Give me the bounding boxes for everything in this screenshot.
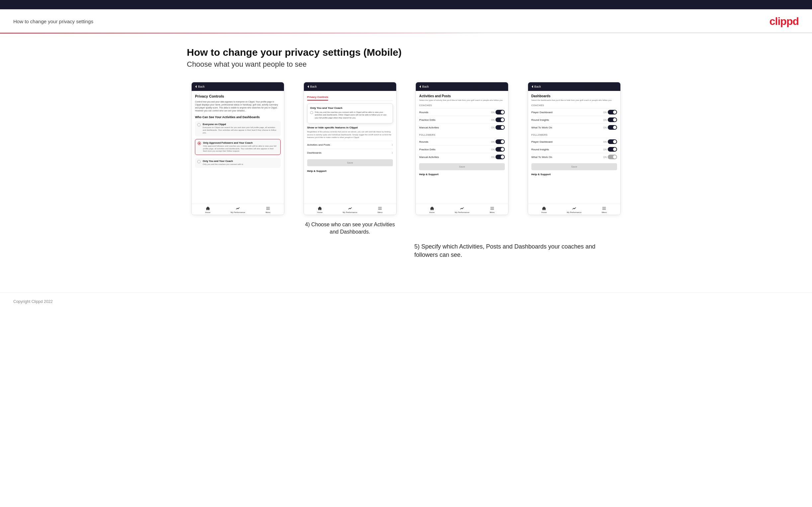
tab-bar-2: Privacy Controls <box>307 94 393 101</box>
toggle-switch-fd[interactable] <box>496 147 505 152</box>
toggle-followers-drills[interactable]: Practice Drills ON <box>419 145 505 153</box>
caption-text-1: 4) Choose who can see your Activities an… <box>305 222 395 235</box>
radio-everyone <box>197 123 201 126</box>
caption-2: 5) Specify which Activities, Posts and D… <box>411 242 597 259</box>
bottom-nav-perf-4[interactable]: My Performance <box>567 206 581 213</box>
on-label-fd: ON <box>491 148 495 151</box>
toggle-coaches-rounds[interactable]: Rounds ON <box>419 108 505 116</box>
back-btn-4[interactable]: Back <box>531 85 541 88</box>
back-btn-1[interactable]: Back <box>195 85 205 88</box>
toggle-coaches-roundinsights[interactable]: Round Insights ON <box>531 116 617 123</box>
bottom-nav-home-4[interactable]: Home <box>541 206 547 213</box>
toggle-followers-manual[interactable]: Manual Activities ON <box>419 153 505 161</box>
toggle-right-fr: ON <box>491 139 505 144</box>
settings-icon-1[interactable] <box>265 84 272 89</box>
bottom-nav-menu-4[interactable]: Menu <box>601 206 607 213</box>
chevron-down-icon-1[interactable] <box>274 84 281 89</box>
toggle-switch-fr[interactable] <box>496 139 505 144</box>
settings-icon-4[interactable] <box>602 84 608 89</box>
toggle-followers-player4[interactable]: Player Dashboard ON <box>531 138 617 145</box>
toggle-switch-fw4[interactable] <box>608 155 617 159</box>
help-support-2: Help & Support <box>307 170 393 173</box>
toggle-switch-cp4[interactable] <box>608 110 617 114</box>
activities-desc-3: Select the types of activity that you'd … <box>419 99 505 102</box>
toggle-switch-cri4[interactable] <box>608 117 617 122</box>
screen1-col: Back Privacy Controls Control how you an… <box>187 82 289 215</box>
bottom-nav-perf-1[interactable]: My Performance <box>231 206 245 213</box>
bottom-nav-perf-label-3: My Performance <box>455 211 469 213</box>
toggle-switch-fp4[interactable] <box>608 139 617 144</box>
toggle-coaches-player[interactable]: Player Dashboard ON <box>531 108 617 116</box>
save-btn-3[interactable]: Save <box>419 163 505 170</box>
settings-icon-3[interactable] <box>490 84 496 89</box>
save-btn-2[interactable]: Save <box>307 159 393 166</box>
bottom-nav-home-3[interactable]: Home <box>429 206 435 213</box>
bottom-nav-perf-3[interactable]: My Performance <box>455 206 469 213</box>
save-btn-4[interactable]: Save <box>531 163 617 170</box>
bottom-nav-menu-2[interactable]: Menu <box>377 206 383 213</box>
toggle-switch-cr[interactable] <box>496 110 505 114</box>
search-icon-1[interactable] <box>248 84 255 89</box>
bottom-nav-home-1[interactable]: Home <box>205 206 211 213</box>
search-icon-3[interactable] <box>472 84 479 89</box>
popup-title-2: Only You and Your Coach <box>310 107 390 110</box>
menu-row-dashboards[interactable]: Dashboards › <box>307 149 393 157</box>
coaches-player-label: Player Dashboard <box>531 111 553 114</box>
phone-mockup-2: Back Privacy Controls <box>304 82 397 215</box>
pc-option-everyone[interactable]: Everyone on Clippd Everyone on Clippd ca… <box>195 121 281 136</box>
search-icon-4[interactable] <box>585 84 591 89</box>
menu-row-activities[interactable]: Activities and Posts › <box>307 141 393 149</box>
chevron-down-icon-2[interactable] <box>386 84 393 89</box>
captions-row: 5) Specify which Activities, Posts and D… <box>187 236 625 259</box>
back-btn-3[interactable]: Back <box>419 85 429 88</box>
phone-bottom-nav-2: Home My Performance Menu <box>304 204 396 215</box>
menu-icon-1 <box>265 206 271 211</box>
toggle-switch-cd[interactable] <box>496 117 505 122</box>
menu-icon-3 <box>490 206 495 211</box>
home-icon-4 <box>541 206 547 211</box>
pc-option-followers[interactable]: Only Approved Followers and Your Coach O… <box>195 139 281 155</box>
coaches-label-4: COACHES <box>531 104 617 107</box>
toggle-followers-roundinsights4[interactable]: Round Insights ON <box>531 145 617 153</box>
back-btn-2[interactable]: Back <box>307 85 317 88</box>
bottom-nav-home-label-1: Home <box>205 211 211 213</box>
toggle-coaches-whattowork[interactable]: What To Work On ON <box>531 123 617 131</box>
toggle-switch-fm[interactable] <box>496 155 505 159</box>
menu-label-activities: Activities and Posts <box>307 143 330 146</box>
popup-card-2: Only You and Your Coach Only you and the… <box>307 104 393 123</box>
bottom-nav-home-2[interactable]: Home <box>317 206 322 213</box>
people-icon-3[interactable] <box>481 84 488 89</box>
people-icon-1[interactable] <box>257 84 263 89</box>
bottom-nav-menu-3[interactable]: Menu <box>490 206 495 213</box>
followers-whattowork-label4: What To Work On <box>531 156 552 159</box>
toggle-followers-rounds[interactable]: Rounds ON <box>419 138 505 145</box>
toggle-switch-cw4[interactable] <box>608 125 617 130</box>
people-icon-2[interactable] <box>369 84 375 89</box>
option-desc-followers: Only approved followers and coaches you … <box>203 145 278 153</box>
toggle-coaches-drills[interactable]: Practice Drills ON <box>419 116 505 123</box>
chevron-down-icon-3[interactable] <box>498 84 505 89</box>
toggle-switch-cm[interactable] <box>496 125 505 130</box>
settings-icon-2[interactable] <box>377 84 384 89</box>
back-label-2: Back <box>310 85 317 88</box>
phone-body-3: Activities and Posts Select the types of… <box>416 91 508 204</box>
back-label-1: Back <box>198 85 205 88</box>
bottom-nav-menu-1[interactable]: Menu <box>265 206 271 213</box>
toggle-right-fd: ON <box>491 147 505 152</box>
toggle-switch-fri4[interactable] <box>608 147 617 152</box>
toggle-right-fw4: ON <box>603 155 617 159</box>
bottom-nav-perf-2[interactable]: My Performance <box>343 206 357 213</box>
on-label-cd: ON <box>491 119 495 121</box>
home-icon-3 <box>429 206 435 211</box>
chevron-activities: › <box>392 143 393 147</box>
option-desc-everyone: Everyone on Clippd can search for you an… <box>203 126 278 134</box>
tab-privacy-controls[interactable]: Privacy Controls <box>307 94 328 101</box>
back-label-4: Back <box>535 85 541 88</box>
search-icon-2[interactable] <box>360 84 367 89</box>
people-icon-4[interactable] <box>593 84 600 89</box>
chevron-down-icon-4[interactable] <box>610 84 617 89</box>
pc-option-youcoach[interactable]: Only You and Your Coach Only you and the… <box>195 158 281 168</box>
performance-icon-4 <box>571 206 577 211</box>
toggle-followers-whattowork4[interactable]: What To Work On ON <box>531 153 617 161</box>
toggle-coaches-manual[interactable]: Manual Activities ON <box>419 123 505 131</box>
